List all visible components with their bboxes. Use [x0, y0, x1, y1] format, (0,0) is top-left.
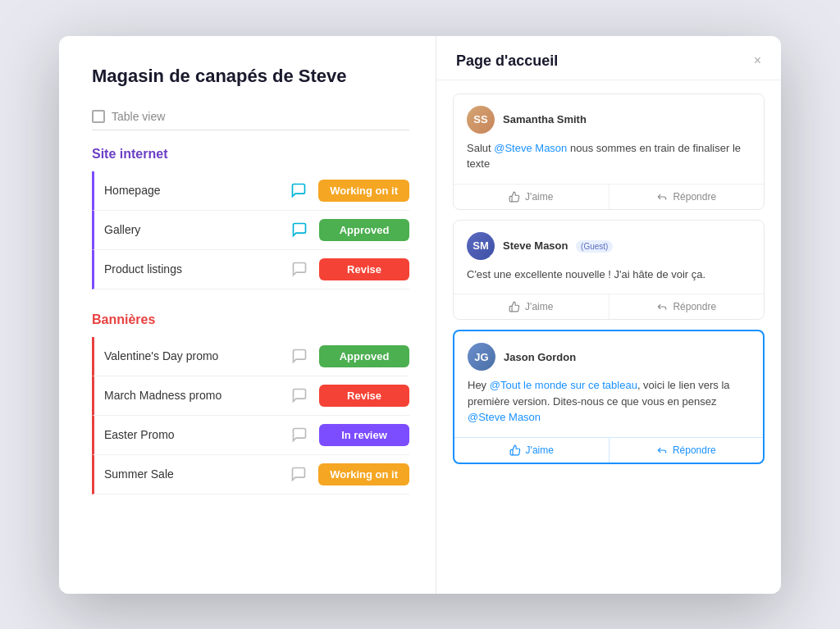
site-section-title: Site internet: [92, 147, 409, 162]
status-badge: Revise: [319, 258, 409, 280]
reply-button[interactable]: Répondre: [609, 294, 765, 319]
chat-icon[interactable]: [290, 425, 309, 444]
comment-body: SS Samantha Smith Salut @Steve Mason nou…: [454, 94, 764, 184]
mention: @Tout le monde sur ce tableau: [490, 379, 637, 391]
app-title: Magasin de canapés de Steve: [92, 66, 409, 87]
comment-card-active: JG Jason Gordon Hey @Tout le monde sur c…: [453, 330, 765, 464]
comment-text: Salut @Steve Mason nous sommes en train …: [467, 140, 751, 172]
item-name: Product listings: [104, 262, 290, 276]
status-badge: Approved: [319, 219, 409, 241]
author-name: Steve Mason (Guest): [503, 239, 613, 253]
list-item[interactable]: Summer Sale Working on it: [92, 455, 409, 495]
comment-actions: J'aime Répondre: [454, 184, 764, 209]
page-title: Page d'accueil: [456, 52, 558, 70]
chat-icon[interactable]: [290, 346, 309, 366]
table-view-label: Table view: [112, 110, 165, 123]
author-row: SM 🏷 Steve Mason (Guest): [467, 232, 751, 260]
status-badge: Revise: [319, 385, 409, 407]
author-row: SS Samantha Smith: [467, 106, 751, 134]
reply-button[interactable]: Répondre: [609, 438, 764, 463]
status-badge: Working on it: [318, 180, 409, 202]
comment-actions: J'aime Répondre: [454, 437, 763, 463]
reply-label: Répondre: [673, 191, 716, 203]
comment-card: SS Samantha Smith Salut @Steve Mason nou…: [453, 93, 765, 210]
author-name: Jason Gordon: [504, 351, 576, 363]
item-name: Gallery: [104, 223, 290, 236]
avatar: SM 🏷: [467, 232, 495, 260]
like-button[interactable]: J'aime: [454, 294, 609, 319]
chat-icon[interactable]: [290, 220, 309, 239]
status-badge: Working on it: [318, 463, 409, 485]
reply-button[interactable]: Répondre: [609, 185, 765, 209]
chat-icon[interactable]: [289, 464, 308, 484]
comment-body: SM 🏷 Steve Mason (Guest) C'est une excel…: [454, 221, 764, 294]
comment-actions: J'aime Répondre: [454, 294, 764, 319]
guest-badge: (Guest): [576, 240, 613, 253]
comment-text: Hey @Tout le monde sur ce tableau, voici…: [468, 377, 750, 426]
item-name: Easter Promo: [104, 428, 290, 441]
chat-icon[interactable]: [290, 259, 309, 279]
item-name: Valentine's Day promo: [104, 349, 290, 362]
chat-icon[interactable]: [289, 180, 308, 200]
close-button[interactable]: ×: [754, 54, 761, 67]
mention: @Steve Mason: [468, 411, 541, 423]
status-badge: Approved: [319, 345, 409, 367]
banners-section: Bannières Valentine's Day promo Approved…: [92, 312, 409, 495]
list-item[interactable]: Gallery Approved: [92, 211, 409, 250]
author-name: Samantha Smith: [503, 113, 587, 125]
reply-label: Répondre: [673, 301, 716, 312]
avatar: SS: [467, 106, 495, 134]
avatar: JG: [468, 343, 495, 371]
list-item[interactable]: March Madness promo Revise: [92, 376, 409, 416]
list-item[interactable]: Homepage Working on it: [92, 171, 409, 211]
comments-area: SS Samantha Smith Salut @Steve Mason nou…: [436, 80, 781, 594]
like-label: J'aime: [525, 301, 553, 312]
item-name: March Madness promo: [104, 389, 290, 402]
chat-icon[interactable]: [290, 385, 309, 405]
mention: @Steve Mason: [494, 142, 567, 154]
like-label: J'aime: [526, 444, 554, 456]
author-row: JG Jason Gordon: [468, 343, 750, 371]
item-name: Homepage: [104, 184, 289, 197]
reply-label: Répondre: [673, 444, 716, 456]
site-section: Site internet Homepage Working on it Gal…: [92, 147, 409, 289]
item-name: Summer Sale: [104, 467, 289, 481]
like-button[interactable]: J'aime: [454, 185, 609, 209]
table-view-icon: [92, 110, 105, 123]
list-item[interactable]: Easter Promo In review: [92, 416, 409, 455]
table-view-row[interactable]: Table view: [92, 103, 409, 130]
panel-header: Page d'accueil ×: [436, 36, 781, 80]
banners-section-title: Bannières: [92, 312, 409, 327]
like-button[interactable]: J'aime: [454, 438, 609, 463]
left-panel: Magasin de canapés de Steve Table view S…: [59, 36, 436, 594]
comment-body: JG Jason Gordon Hey @Tout le monde sur c…: [454, 331, 763, 437]
list-item[interactable]: Product listings Revise: [92, 250, 409, 289]
right-panel: Page d'accueil × SS Samantha Smith Salut…: [436, 36, 781, 594]
like-label: J'aime: [525, 191, 553, 203]
comment-text: C'est une excellente nouvelle ! J'ai hât…: [467, 267, 751, 283]
comment-card: SM 🏷 Steve Mason (Guest) C'est une excel…: [453, 220, 765, 321]
list-item[interactable]: Valentine's Day promo Approved: [92, 337, 409, 376]
status-badge: In review: [319, 424, 409, 446]
